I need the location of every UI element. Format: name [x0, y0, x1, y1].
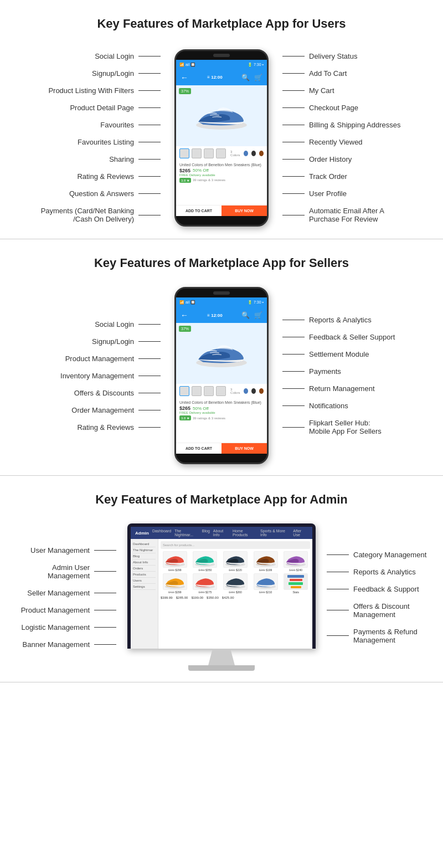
admin-product-stats [284, 573, 308, 590]
list-item: Logistic Management [21, 619, 116, 636]
nav-item: Home Products [233, 529, 257, 537]
product-thumb [204, 148, 214, 158]
list-item: Banner Management [23, 636, 116, 653]
sellers-feature-layout: Social Login Signup/Login Product Manage… [6, 287, 437, 464]
sellers-section-title: Key Features of Marketplace App for Sell… [6, 256, 437, 270]
rating-badge-2: 3.8 ★ [179, 415, 191, 420]
list-item: Automatic Email After APurchase For Revi… [282, 202, 384, 228]
admin-shoe-img [193, 551, 217, 568]
admin-product-card: $290 $210 [251, 573, 280, 594]
admin-price: $290 $210 [259, 590, 272, 594]
phone-device-2: 📶 ail 🔲 🔋 7:30 ▪ ← ≡ 12:00 🔍 🛒 37% [174, 287, 269, 464]
product-thumb [204, 386, 214, 396]
phone-bottom-bar-2 [176, 454, 267, 463]
nav-icons: 🔍 🛒 [241, 74, 262, 81]
product-price: $265 [179, 168, 190, 173]
phone-product-info: United Colors of Benetton Men Sneakers (… [176, 161, 267, 205]
product-price-2: $265 [179, 405, 190, 411]
admin-logo: Admin [135, 531, 149, 536]
list-item: Delivery Status [282, 48, 357, 65]
nav-item: About Info [213, 529, 229, 537]
product-thumb [216, 386, 226, 396]
monitor-stand-container [127, 649, 316, 671]
list-item: Notifications [282, 397, 348, 414]
monitor: Admin Dashboard The Nightmar... Blog Abo… [127, 523, 316, 649]
buy-now-button-2[interactable]: BUY NOW [222, 443, 267, 454]
list-item: Feedback & Support [327, 581, 419, 598]
admin-header: Admin Dashboard The Nightmar... Blog Abo… [131, 527, 312, 539]
list-item: Offers & DiscountManagement [327, 598, 410, 623]
sidebar-item: The Nightmar [133, 547, 156, 553]
product-thumb [216, 148, 226, 158]
list-item: Social Login [95, 48, 161, 65]
admin-shoe-img [254, 551, 278, 568]
monitor-base [188, 665, 255, 671]
sidebar-item: Users [133, 578, 156, 584]
list-item: My Cart [282, 82, 334, 99]
list-item: User Profile [282, 185, 347, 202]
nav-item: After Use [293, 529, 308, 537]
admin-bottom-price: $425.00 [222, 596, 234, 599]
phone-product-thumbs-2: 3 Colors [176, 384, 267, 398]
sidebar-item: About Info [133, 559, 156, 566]
admin-right-features: Category Management Reports & Analytics … [327, 546, 437, 649]
search-placeholder: Search for products... [163, 543, 194, 547]
list-item: Admin UserManagement [48, 559, 116, 584]
admin-price: $450 $350 [199, 568, 212, 572]
sale-badge: 37% [179, 88, 191, 94]
product-thumb [179, 386, 189, 396]
admin-price: $399 $299 [168, 568, 182, 572]
admin-shoe-img [223, 573, 248, 590]
phone-product-image: 37% [176, 85, 267, 146]
admin-product-card: $300 $220 [221, 551, 250, 572]
nav-icons-2: 🔍 🛒 [241, 311, 262, 319]
phone-bottom-bar [176, 216, 267, 225]
admin-price: $320 $240 [289, 568, 302, 572]
admin-price: Stats [292, 590, 298, 594]
list-item: Favourites [100, 116, 161, 133]
list-item: Order Management [71, 402, 161, 419]
buy-now-button[interactable]: BUY NOW [222, 206, 267, 216]
sidebar-item: Dashboard [133, 541, 156, 547]
admin-product-card: $410 $299 [161, 573, 189, 594]
admin-bottom-price: $199.00 [191, 596, 203, 599]
sellers-right-features: Reports & Analytics Feedback & Seller Su… [282, 311, 404, 440]
admin-price: $410 $299 [168, 590, 182, 594]
list-item: Sharing [109, 151, 161, 168]
shoe-image-2 [194, 334, 249, 373]
add-to-cart-button[interactable]: ADD TO CART [176, 206, 222, 216]
product-discount-2: 50% Off [193, 406, 209, 411]
add-to-cart-button-2[interactable]: ADD TO CART [176, 443, 222, 454]
users-right-features: Delivery Status Add To Cart My Cart Chec… [282, 48, 404, 228]
admin-price: $300 $220 [229, 568, 242, 572]
admin-search-bar: Search for products... [161, 541, 310, 549]
search-icon-2: 🔍 [241, 311, 250, 319]
list-item: Reports & Analytics [327, 563, 416, 581]
users-section: Key Features of Marketplace App for User… [0, 0, 443, 239]
phone-nav-bar-2: ← ≡ 12:00 🔍 🛒 [176, 307, 267, 323]
admin-product-card: Stats [281, 573, 310, 594]
admin-shoe-img [163, 551, 187, 568]
list-item: Favourites Listing [78, 133, 161, 151]
admin-product-card: $399 $299 [161, 551, 189, 572]
phone-nav-bar: ← ≡ 12:00 🔍 🛒 [176, 70, 267, 85]
list-item: Checkout Page [282, 99, 358, 116]
list-item: Return Management [282, 380, 375, 397]
list-item: Question & Answers [69, 185, 161, 202]
sellers-left-features: Social Login Signup/Login Product Manage… [39, 316, 161, 436]
list-item: Product Listing With Filters [48, 82, 161, 99]
list-item: User Management [30, 542, 116, 559]
list-item: Inventory Management [60, 367, 161, 384]
list-item: Feedback & Seller Support [282, 328, 395, 346]
admin-left-features: User Management Admin UserManagement Sel… [6, 542, 116, 653]
list-item: Flipkart Seller Hub:Mobile App For Selle… [282, 414, 382, 440]
phone-action-bar: ADD TO CART BUY NOW [176, 205, 267, 216]
admin-product-card: $280 $199 [251, 551, 280, 572]
admin-product-card: $360 $260 [221, 573, 250, 594]
nav-item: Sports & More Info [260, 529, 290, 537]
admin-shoe-img [163, 573, 187, 590]
list-item: Social Login [95, 316, 161, 333]
sidebar-item: Products [133, 572, 156, 578]
admin-desktop-mockup: Admin Dashboard The Nightmar... Blog Abo… [127, 523, 316, 671]
list-item: Order History [282, 151, 352, 168]
